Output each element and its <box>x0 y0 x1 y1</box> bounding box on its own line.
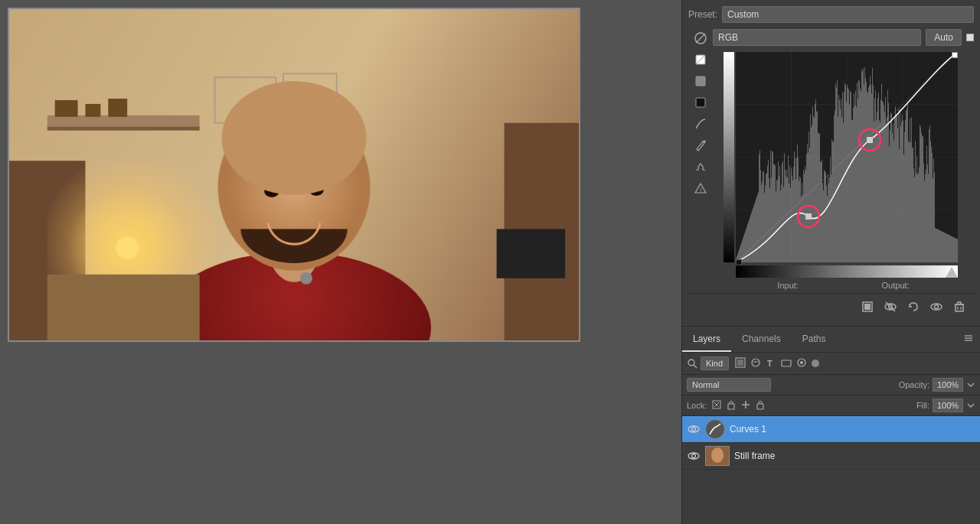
opacity-chevron-icon[interactable] <box>966 380 975 389</box>
fill-chevron-icon[interactable] <box>966 401 975 410</box>
layer-visibility-still-frame[interactable] <box>687 449 701 463</box>
svg-point-14 <box>935 305 939 309</box>
image-area <box>0 0 681 524</box>
lock-label: Lock: <box>687 401 707 410</box>
view-icon[interactable] <box>928 298 945 315</box>
channel-select[interactable]: RGB <box>713 29 921 46</box>
svg-point-21 <box>688 360 694 366</box>
photo-container <box>8 8 580 342</box>
tab-layers[interactable]: Layers <box>682 327 731 352</box>
lock-image-icon[interactable] <box>726 399 737 412</box>
svg-rect-15 <box>956 304 963 311</box>
blend-mode-select[interactable]: Normal <box>687 378 771 392</box>
gradient-bar-bottom <box>736 265 958 278</box>
curves-adjustment-thumb <box>705 419 725 439</box>
eyedropper-gray-icon[interactable] <box>691 72 710 90</box>
input-output-row: Input: Output: <box>713 278 974 293</box>
svg-rect-35 <box>757 404 763 409</box>
svg-rect-27 <box>782 360 791 366</box>
photo-canvas <box>9 9 579 340</box>
fill-value[interactable]: 100% <box>933 399 963 412</box>
blend-mode-row: Normal Opacity: 100% <box>682 375 980 395</box>
lock-all-icon[interactable] <box>755 399 766 412</box>
layers-tabs: Layers Channels Paths <box>682 327 980 353</box>
warning-icon[interactable]: ! <box>691 179 710 197</box>
svg-point-29 <box>800 361 803 364</box>
fill-label: Fill: <box>916 401 929 410</box>
lock-transparency-icon[interactable] <box>711 399 722 412</box>
layers-panel: Layers Channels Paths Kind <box>682 327 980 524</box>
visibility-icon[interactable] <box>882 298 899 315</box>
curves-line-icon[interactable] <box>691 115 710 133</box>
tool-icons-column: ! <box>688 29 713 293</box>
layer-item-still-frame[interactable]: Still frame <box>682 443 980 470</box>
text-filter-icon[interactable]: T <box>766 357 776 370</box>
layer-item-curves[interactable]: Curves 1 <box>682 416 980 443</box>
svg-point-37 <box>692 428 696 431</box>
svg-text:T: T <box>767 359 773 368</box>
preset-select[interactable]: Custom <box>722 6 974 23</box>
preset-row: Preset: Custom <box>688 6 974 23</box>
eyedropper-white-icon[interactable] <box>691 50 710 69</box>
svg-rect-24 <box>737 360 743 366</box>
lock-icons <box>711 399 766 412</box>
white-point-indicator <box>966 34 974 41</box>
input-label: Input: <box>777 281 799 290</box>
svg-rect-4 <box>696 76 705 86</box>
layers-filter-row: Kind T <box>682 353 980 375</box>
smart-filter-icon[interactable] <box>796 357 807 370</box>
output-label: Output: <box>882 281 910 290</box>
tab-channels[interactable]: Channels <box>731 327 792 352</box>
right-panel: Preset: Custom <box>681 0 980 524</box>
curves-toolbar <box>688 293 974 320</box>
auto-button[interactable]: Auto <box>926 29 962 46</box>
shape-filter-icon[interactable] <box>781 357 792 370</box>
eyedropper-black-icon[interactable] <box>691 93 710 112</box>
svg-point-39 <box>692 454 696 458</box>
thumb-canvas <box>705 446 730 466</box>
opacity-value[interactable]: 100% <box>933 378 963 392</box>
graph-section: RGB Auto <box>713 29 974 293</box>
mask-icon[interactable] <box>859 298 876 315</box>
channel-row: RGB Auto <box>713 29 974 46</box>
tab-paths[interactable]: Paths <box>792 327 837 352</box>
lock-fill-row: Lock: <box>682 395 980 416</box>
gradient-bar-left <box>724 52 734 262</box>
lock-position-icon[interactable] <box>740 399 751 412</box>
curves-wrapper <box>736 52 958 278</box>
pixel-filter-icon[interactable] <box>735 357 746 370</box>
filter-icons: T <box>735 357 819 370</box>
adjustment-filter-icon[interactable] <box>750 357 761 370</box>
highlight-point[interactable] <box>952 52 958 58</box>
preset-label: Preset: <box>688 9 717 20</box>
fill-section: Fill: 100% <box>916 399 975 412</box>
smooth-icon[interactable] <box>691 158 710 176</box>
still-frame-thumb <box>705 446 730 466</box>
shadow-slider[interactable] <box>946 267 958 278</box>
curves-tool-icon[interactable] <box>691 29 710 47</box>
svg-rect-9 <box>864 304 871 310</box>
layer-name-still-frame: Still frame <box>734 451 975 461</box>
curves-panel: Preset: Custom <box>682 0 980 327</box>
curves-canvas[interactable] <box>736 52 958 262</box>
filter-kind-select[interactable]: Kind <box>701 356 729 370</box>
svg-line-1 <box>696 34 705 43</box>
shadow-point[interactable] <box>736 259 742 265</box>
opacity-row: Opacity: 100% <box>899 378 975 392</box>
filter-toggle-dot[interactable] <box>812 360 819 367</box>
layer-name-curves: Curves 1 <box>730 424 975 434</box>
svg-line-22 <box>694 365 697 368</box>
layer-visibility-curves[interactable] <box>687 422 701 436</box>
delete-icon[interactable] <box>951 298 968 315</box>
opacity-label: Opacity: <box>899 380 929 389</box>
layers-menu-icon[interactable] <box>957 327 980 352</box>
undo-icon[interactable] <box>905 298 922 315</box>
svg-text:!: ! <box>701 187 702 194</box>
svg-rect-5 <box>696 98 705 107</box>
pencil-icon[interactable] <box>691 136 710 155</box>
search-icon <box>687 358 697 369</box>
channel-graph-area: ! RGB Auto <box>688 29 974 293</box>
